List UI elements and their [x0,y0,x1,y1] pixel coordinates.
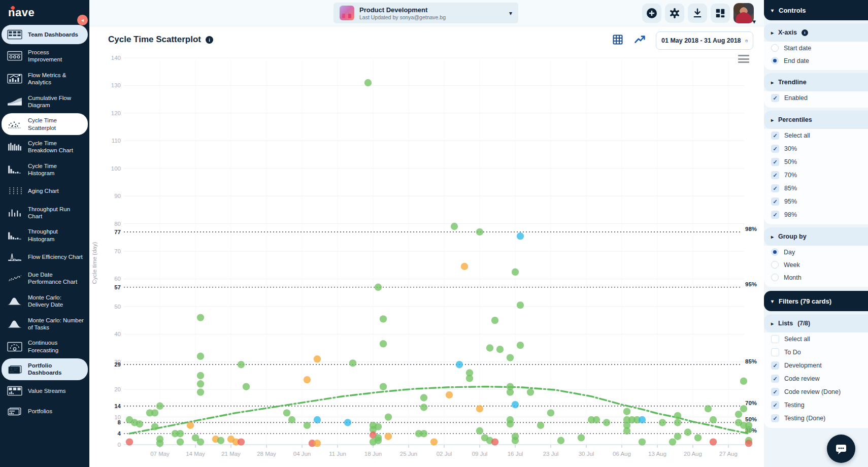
checkbox-checked[interactable]: ✓ [771,414,779,422]
scatter-point-green[interactable] [156,440,163,447]
info-icon[interactable]: i [802,29,808,36]
scatter-point-green[interactable] [283,409,290,416]
board-selector[interactable]: Product Development Last Updated by sony… [333,3,518,23]
scatter-point-green[interactable] [710,416,717,423]
scatter-point-blue[interactable] [517,232,524,240]
radio-row-end-date[interactable]: End date [764,54,868,67]
scatter-point-red[interactable] [491,438,498,445]
checkbox-row-list-code-review-done[interactable]: ✓Code review (Done) [764,385,868,398]
sidebar-item-flow-metrics-analytics[interactable]: Flow Metrics & Analytics [2,68,88,90]
scatter-point-orange[interactable] [385,433,392,440]
scatter-point-green[interactable] [243,383,250,390]
scatter-point-green[interactable] [151,423,158,430]
scatter-point-green[interactable] [491,317,498,324]
checkbox-row-enabled[interactable]: ✓Enabled [764,91,868,105]
sidebar-item-cumulative-flow-diagram[interactable]: Cumulative Flow Diagram [2,91,88,113]
checkbox-row-percentile-50[interactable]: ✓50% [764,155,868,169]
scatter-point-green[interactable] [156,403,163,410]
sidebar-item-process-improvement[interactable]: Process Improvement [2,45,88,67]
scatter-point-green[interactable] [385,413,392,420]
scatter-point-orange[interactable] [461,263,468,270]
scatter-point-blue[interactable] [639,416,646,423]
checkbox-unchecked[interactable] [771,348,779,356]
scatter-point-green[interactable] [197,353,204,360]
scatter-point-green[interactable] [669,438,676,445]
checkbox-row-percentile-30[interactable]: ✓30% [764,142,868,155]
checkbox-row-list-select-all[interactable]: Select all [764,332,868,346]
scatter-point-green[interactable] [136,420,143,427]
checkbox-checked[interactable]: ✓ [771,375,779,383]
scatter-point-green[interactable] [466,375,473,382]
sidebar-item-aging-chart[interactable]: Aging Chart [2,182,88,201]
checkbox-row-percentile-85[interactable]: ✓85% [764,182,868,195]
scatter-point-green[interactable] [512,269,519,276]
scatter-point-green[interactable] [476,427,483,435]
sidebar-item-portfolios[interactable]: Portfolios [2,402,88,421]
scatter-point-blue[interactable] [344,419,351,426]
scatter-point-green[interactable] [364,79,372,86]
section-percentiles[interactable]: ▸ Percentiles [764,111,868,129]
radio-selected[interactable] [771,248,779,256]
sidebar-item-continuous-forecasting[interactable]: Continuous Forecasting [2,336,88,357]
sidebar-item-monte-carlo-number-of-tasks[interactable]: Monte Carlo: Number of Tasks [2,313,88,335]
scatter-point-green[interactable] [512,437,519,444]
scatter-point-green[interactable] [380,340,387,347]
scatter-point-green[interactable] [623,427,630,435]
scatter-point-green[interactable] [375,437,382,444]
section-lists[interactable]: ▸ Lists(7/8) [764,314,868,332]
scatter-point-green[interactable] [507,354,514,361]
user-menu[interactable]: ▾ [733,3,754,23]
scatter-point-green[interactable] [740,378,747,385]
checkbox-row-list-development[interactable]: ✓Development [764,359,868,372]
scatter-point-green[interactable] [238,361,245,368]
export-button[interactable] [688,4,707,23]
checkbox-row-percentile-70[interactable]: ✓70% [764,169,868,182]
scatter-point-red[interactable] [745,440,752,447]
checkbox-checked[interactable]: ✓ [771,184,779,192]
radio-unselected[interactable] [771,44,779,52]
scatter-point-green[interactable] [517,342,524,349]
checkbox-row-list-code-review[interactable]: ✓Code review [764,372,868,385]
scatter-point-orange[interactable] [314,440,321,447]
scatter-point-green[interactable] [547,409,554,416]
scatter-point-green[interactable] [375,423,382,430]
scatter-point-orange[interactable] [446,391,453,398]
sidebar-item-value-streams[interactable]: Value Streams [2,381,88,401]
scatter-point-orange[interactable] [430,438,438,445]
scatter-point-green[interactable] [674,419,681,426]
radio-row-start-date[interactable]: Start date [764,42,868,54]
scatter-point-green[interactable] [177,430,184,437]
scatter-point-green[interactable] [151,409,158,416]
checkbox-checked[interactable]: ✓ [771,197,779,206]
sidebar-item-throughput-histogram[interactable]: Throughput Histogram [2,224,88,246]
date-range-input[interactable]: 01 May 2018 - 31 Aug 2018 [656,31,753,50]
checkbox-row-list-to-do[interactable]: To Do [764,346,868,359]
scatter-point-red[interactable] [710,438,717,445]
scatter-point-green[interactable] [217,437,224,444]
scatter-point-green[interactable] [705,405,712,412]
scatter-point-green[interactable] [380,315,387,322]
sidebar-collapse-button[interactable]: ◂ [77,15,88,25]
scatter-point-green[interactable] [639,438,646,445]
sidebar-item-portfolio-dashboards[interactable]: Portfolio Dashboards [2,358,88,380]
scatter-point-green[interactable] [420,404,427,411]
radio-selected[interactable] [771,57,779,64]
scatter-point-green[interactable] [745,426,752,433]
scatter-point-red[interactable] [126,438,133,445]
scatter-point-orange[interactable] [476,405,483,412]
checkbox-row-percentile-95[interactable]: ✓95% [764,195,868,208]
info-icon[interactable]: i [206,36,213,44]
filters-panel-header[interactable]: ▾Filters (79 cards) [764,291,868,311]
section-x-axis[interactable]: ▸ X-axisi [764,23,868,42]
scatter-point-green[interactable] [593,416,600,423]
scatter-point-green[interactable] [537,422,544,429]
checkbox-checked[interactable]: ✓ [771,401,779,409]
scatter-point-green[interactable] [420,430,427,437]
scatter-point-green[interactable] [197,388,204,395]
scatter-point-green[interactable] [694,434,702,441]
radio-row-month[interactable]: Month [764,271,868,284]
section-trendline[interactable]: ▸ Trendline [764,73,868,91]
checkbox-row-percentile-98[interactable]: ✓98% [764,208,868,221]
checkbox-checked[interactable]: ✓ [771,145,779,153]
checkbox-checked[interactable]: ✓ [771,158,779,166]
